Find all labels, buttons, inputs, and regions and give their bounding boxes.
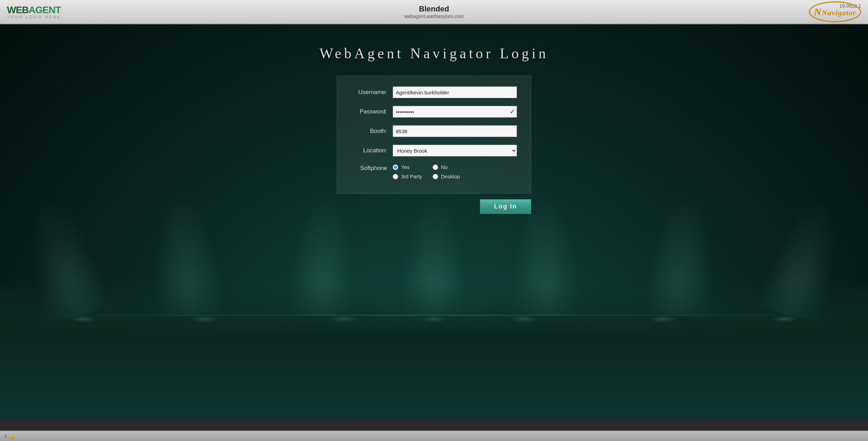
location-label: Location: [351,147,393,154]
softphone-yes-radio[interactable] [393,164,398,170]
password-label: Password: [351,108,393,115]
softphone-label: Softphone [351,164,393,172]
page-title-area: WebAgent Navigator Login [319,45,549,62]
softphone-options: Yes No 3rd Party Desktop [393,164,462,179]
logo-web-text: Web [7,5,28,16]
softphone-yes-label: Yes [401,164,409,170]
logo-agent-text: Agent [28,5,61,16]
softphone-desktop-radio[interactable] [433,174,438,179]
password-wrapper: ✓ [393,106,517,118]
password-checkmark: ✓ [510,108,515,116]
softphone-no-option[interactable]: No [433,164,462,170]
stage-floor [0,281,868,420]
status-page-number: .1 [3,434,7,439]
header-title: Blended [404,5,464,14]
softphone-desktop-label: Desktop [441,173,460,179]
location-select[interactable]: Honey Brook Other Location [393,145,517,156]
softphone-3rdparty-radio[interactable] [393,174,398,179]
location-row: Location: Honey Brook Other Location [351,145,517,156]
main-content: WebAgent Navigator Login Username: Passw… [0,24,868,420]
booth-row: Booth: [351,125,517,137]
password-row: Password: ✓ [351,106,517,118]
booth-input[interactable] [393,125,517,137]
lock-icon: 🔒 [10,433,16,439]
login-form-container: Username: Password: ✓ Booth: Location: H… [337,76,531,194]
softphone-3rdparty-label: 3rd Party [401,173,422,179]
booth-label: Booth: [351,128,393,135]
header-subtitle: webagent.earthasylum.com [404,14,464,19]
softphone-no-radio[interactable] [433,164,438,170]
navigator-oval: NNavigator [809,1,861,22]
softphone-3rdparty-option[interactable]: 3rd Party [393,173,422,179]
softphone-desktop-option[interactable]: Desktop [433,173,462,179]
logo-tagline: Your Logo Here [7,15,61,19]
navigator-logo: 19.0910.1 NNavigator [809,1,861,22]
webagent-logo: WebAgent Your Logo Here [7,5,61,19]
navigator-label: NNavigator [814,6,856,18]
header-center: Blended webagent.earthasylum.com [404,5,464,19]
password-input[interactable] [393,106,517,118]
softphone-no-label: No [441,164,448,170]
username-input[interactable] [393,86,517,98]
page-title: WebAgent Navigator Login [319,45,549,62]
softphone-yes-option[interactable]: Yes [393,164,422,170]
header: WebAgent Your Logo Here Blended webagent… [0,0,868,24]
status-bar: .1 🔒 [0,431,868,441]
username-label: Username: [351,89,393,96]
username-row: Username: [351,86,517,98]
softphone-row: Softphone Yes No 3rd Party Desktop [351,164,517,179]
